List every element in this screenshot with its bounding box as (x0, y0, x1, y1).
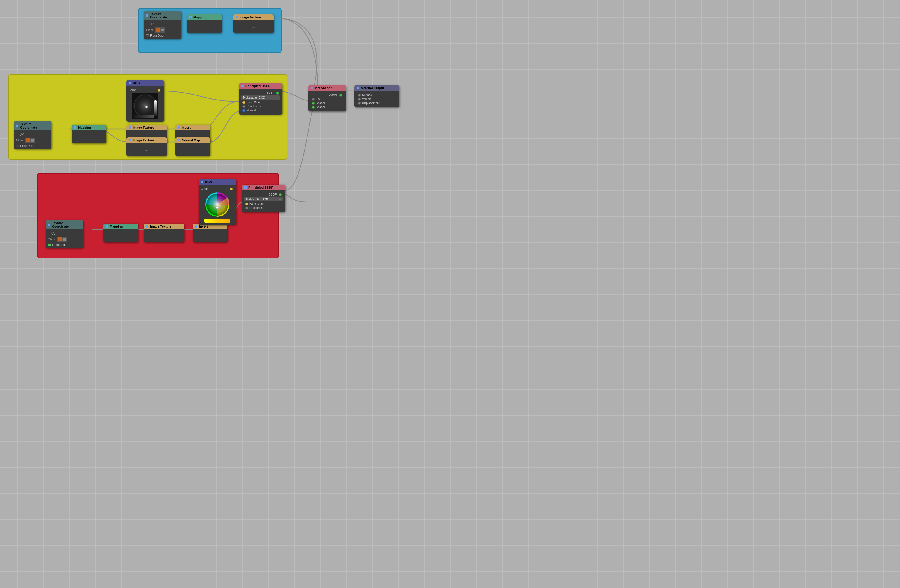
mat-out-surface-socket (358, 94, 361, 97)
obj-field-yellow[interactable] (25, 138, 35, 143)
obj-icon-blue (156, 28, 160, 32)
node-tex-coord-red[interactable]: Texture Coordinate UV Objec From Dupli (46, 220, 83, 248)
obj-label-red: Objec (48, 238, 56, 241)
mat-out-surface: Surface (362, 93, 372, 97)
mix-shader-shader2-socket (312, 106, 315, 109)
svg-point-8 (216, 206, 219, 209)
from-dupli-label-red: From Dupli (52, 243, 66, 246)
obj-icon-yellow (26, 138, 30, 142)
node-img-tex-red[interactable]: Image Texture ... (144, 224, 184, 242)
node-rgb-red[interactable]: RGB Color (199, 179, 236, 225)
pbsdf-red-title: Principled BSDF (248, 186, 273, 189)
tex-coord-yellow-title: Texture Coordinate (20, 122, 49, 129)
uv-label-red: UV (51, 232, 56, 235)
invert-yellow-title: Invert (182, 126, 191, 129)
rgb-yellow-color-label: Color (129, 88, 136, 92)
pbsdf-yellow-bsdf-socket (276, 92, 279, 94)
mix-shader-fac: Fac (316, 97, 321, 101)
pbsdf-yellow-bsdf: BSDF (266, 91, 274, 94)
obj-icon-red (58, 237, 62, 241)
node-pbsdf-yellow[interactable]: Principled BSDF BSDF Multiscatter GGX ⌄ … (239, 83, 282, 115)
uv-label-yellow: UV (20, 133, 24, 136)
pbsdf-yellow-roughness: Roughness (247, 105, 261, 108)
from-dupli-row-blue[interactable]: From Dupli (146, 34, 179, 37)
color-wheel-red[interactable] (204, 192, 230, 218)
from-dupli-label-yellow: From Dupli (20, 144, 34, 147)
mix-shader-shader1-socket (312, 102, 315, 105)
rgb-red-color-socket (230, 187, 233, 190)
from-dupli-checkbox-blue[interactable] (146, 34, 149, 37)
mix-shader-shader2: Shader (316, 105, 325, 109)
obj-label-yellow: Objec (16, 139, 24, 142)
node-img-tex-blue[interactable]: Image Texture ... (233, 14, 274, 33)
rgb-red-color-label: Color (201, 187, 208, 190)
mapping-yellow-title: Mapping (78, 126, 91, 129)
pbsdf-yellow-normal: Normal (247, 109, 256, 112)
node-tex-coord-blue[interactable]: Texture Coordinate UV Objec From Dupli (144, 11, 181, 39)
tex-coord-blue-title: Texture Coordinate (150, 12, 179, 19)
edit-icon-yellow (31, 139, 34, 142)
uv-label-blue: UV (149, 23, 154, 26)
rgb-yellow-title: RGB (133, 81, 140, 85)
svg-point-3 (146, 105, 148, 108)
mapping-blue-title: Mapping (193, 15, 206, 19)
pbsdf-red-basecolor-socket-in (245, 203, 248, 206)
node-normal-map-yellow[interactable]: Normal Map — (175, 137, 210, 156)
from-dupli-row-red[interactable]: From Dupli (48, 243, 81, 246)
rgb-red-color-bar[interactable] (204, 219, 230, 223)
obj-label-blue: Objec (146, 29, 154, 32)
mix-shader-fac-socket (312, 98, 315, 101)
pbsdf-yellow-normal-socket-in (242, 109, 245, 112)
pbsdf-yellow-basecolor-socket-in (242, 101, 245, 104)
node-material-output[interactable]: Material Output Surface Volume Displacem… (354, 85, 399, 107)
from-dupli-checkbox-red[interactable] (48, 243, 51, 246)
mix-shader-title: Mix Shader (315, 86, 332, 90)
from-dupli-row-yellow[interactable]: From Dupli (16, 144, 49, 147)
node-invert-red[interactable]: Invert — (193, 224, 227, 242)
node-rgb-yellow[interactable]: RGB Color (126, 80, 164, 122)
pbsdf-yellow-dist-dropdown[interactable]: Multiscatter GGX ⌄ (241, 96, 280, 100)
node-pbsdf-red[interactable]: Principled BSDF BSDF Multiscatter GGX ⌄ … (242, 185, 285, 212)
img-tex-red-title: Image Texture (150, 225, 171, 228)
pbsdf-yellow-roughness-socket-in (242, 105, 245, 108)
pbsdf-red-roughness: Roughness (249, 206, 264, 209)
pbsdf-red-dist-dropdown[interactable]: Multiscatter GGX ⌄ (244, 197, 283, 201)
svg-point-1 (133, 94, 157, 118)
mat-output-title: Material Output (361, 86, 384, 90)
mat-out-volume-socket (358, 98, 361, 101)
edit-icon-red (63, 238, 66, 241)
mix-shader-shader1: Shader (316, 102, 325, 105)
node-mapping-red[interactable]: Mapping — (103, 224, 138, 242)
node-mix-shader[interactable]: Mix Shader Shader Fac Shader Shader (308, 85, 346, 111)
obj-field-red[interactable] (57, 237, 67, 242)
mat-out-displacement: Displacement (362, 102, 380, 105)
normal-map-title: Normal Map (182, 138, 200, 142)
edit-icon-blue (161, 29, 164, 31)
pbsdf-red-roughness-socket-in (245, 207, 248, 209)
node-img-tex-yellow2[interactable]: Image Texture ... (126, 137, 167, 156)
obj-field-blue[interactable] (155, 28, 165, 32)
color-wheel-yellow[interactable] (132, 93, 158, 119)
img-tex-blue-title: Image Texture (240, 15, 261, 19)
node-tex-coord-yellow[interactable]: Texture Coordinate UV Objec From Dupli (14, 121, 51, 149)
pbsdf-red-dist: Multiscatter GGX (246, 198, 268, 201)
pbsdf-red-bsdf: BSDF (269, 193, 276, 196)
node-mapping-yellow[interactable]: Mapping — (71, 125, 106, 143)
rgb-yellow-color-socket (158, 89, 160, 92)
node-mapping-blue[interactable]: Mapping — (187, 14, 222, 33)
mat-out-displace-socket (358, 102, 361, 105)
mix-shader-out-socket (340, 94, 342, 97)
mat-out-volume: Volume (362, 97, 371, 101)
from-dupli-label-blue: From Dupli (150, 34, 164, 37)
img-tex-yellow1-title: Image Texture (133, 126, 154, 129)
pbsdf-red-base-color: Base Color (249, 202, 264, 206)
img-tex-yellow2-title: Image Texture (133, 138, 154, 142)
rgb-red-title: RGB (205, 180, 212, 184)
pbsdf-yellow-title: Principled BSDF (245, 84, 270, 88)
pbsdf-yellow-dist: Multiscatter GGX (243, 96, 265, 99)
invert-red-title: Invert (199, 225, 208, 228)
tex-coord-red-title: Texture Coordinate (52, 221, 81, 228)
pbsdf-yellow-base-color: Base Color (247, 101, 261, 104)
from-dupli-checkbox-yellow[interactable] (16, 145, 19, 147)
mapping-red-title: Mapping (110, 225, 123, 228)
